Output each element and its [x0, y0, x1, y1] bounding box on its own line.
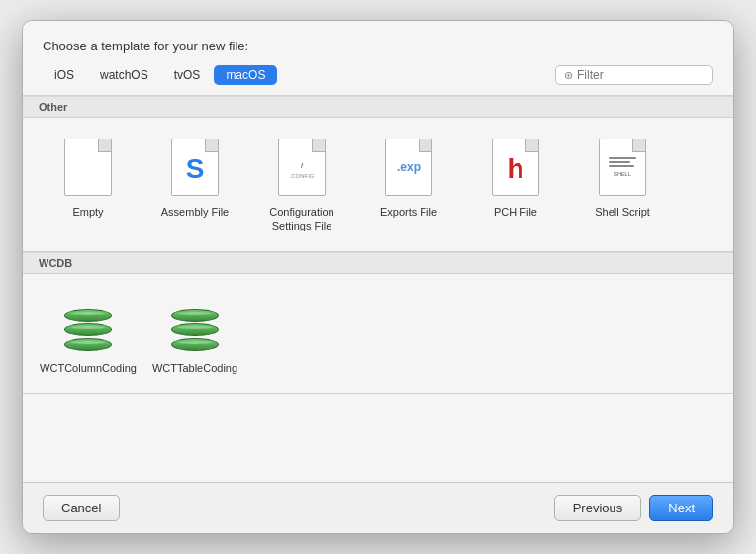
template-item-config[interactable]: I .CONFIG Configuration Settings File — [252, 130, 351, 239]
template-item-assembly[interactable]: S Assembly File — [145, 130, 244, 239]
shell-content: SHELL — [603, 153, 642, 181]
previous-button[interactable]: Previous — [554, 495, 642, 521]
assembly-file-icon: S — [167, 136, 223, 199]
pch-label: PCH File — [494, 205, 537, 219]
section-wcdb-header: WCDB — [23, 252, 733, 274]
dialog-footer: Cancel Previous Next — [23, 482, 733, 533]
template-item-exports[interactable]: .exp Exports File — [359, 130, 458, 239]
dialog-header: Choose a template for your new file: iOS… — [23, 21, 733, 95]
section-other: Other Empty S Assembly File — [23, 96, 733, 252]
tab-watchos[interactable]: watchOS — [88, 65, 160, 85]
assembly-label: Assembly File — [161, 205, 229, 219]
assembly-paper: S — [171, 138, 219, 196]
config-label: Configuration Settings File — [258, 205, 345, 233]
wcttable-icon — [167, 292, 223, 355]
pch-paper: h — [492, 138, 539, 196]
filter-input[interactable] — [577, 68, 705, 82]
empty-paper — [64, 138, 112, 196]
db-stack-1 — [60, 296, 116, 351]
cancel-button[interactable]: Cancel — [43, 495, 120, 521]
shell-paper: SHELL — [599, 138, 646, 196]
tab-ios[interactable]: iOS — [43, 65, 86, 85]
tab-tvos[interactable]: tvOS — [162, 65, 213, 85]
nav-buttons: Previous Next — [554, 495, 713, 521]
new-file-dialog: Choose a template for your new file: iOS… — [22, 20, 734, 534]
filter-icon: ⊛ — [564, 69, 573, 82]
template-item-wctcolumn[interactable]: WCTColumnCoding — [39, 286, 138, 381]
exports-paper: .exp — [385, 138, 432, 196]
tab-macos[interactable]: macOS — [214, 65, 277, 85]
wctcolumn-icon — [60, 292, 116, 355]
template-item-shell[interactable]: SHELL Shell Script — [573, 130, 672, 239]
exports-label: Exports File — [380, 205, 437, 219]
exports-file-icon: .exp — [381, 136, 436, 199]
section-other-header: Other — [23, 96, 733, 118]
template-item-wcttable[interactable]: WCTTableCoding — [145, 286, 244, 381]
wctcolumn-label: WCTColumnCoding — [40, 361, 137, 375]
config-file-icon: I .CONFIG — [274, 136, 330, 199]
config-paper: I .CONFIG — [278, 138, 326, 196]
section-wcdb: WCDB WCTColumnCoding — [23, 252, 733, 394]
pch-letter: h — [507, 155, 523, 183]
shell-label: Shell Script — [595, 205, 650, 219]
empty-label: Empty — [72, 205, 103, 219]
wcdb-items-grid: WCTColumnCoding WCTTableCoding — [23, 274, 733, 393]
tab-bar: iOS watchOS tvOS macOS ⊛ — [43, 65, 713, 85]
other-items-grid: Empty S Assembly File — [23, 118, 733, 251]
pch-file-icon: h — [488, 136, 543, 199]
assembly-letter: S — [186, 155, 205, 183]
template-item-pch[interactable]: h PCH File — [466, 130, 565, 239]
config-lines: I .CONFIG — [284, 152, 321, 183]
template-list: Other Empty S Assembly File — [23, 95, 733, 482]
empty-file-icon — [60, 136, 116, 199]
dialog-title: Choose a template for your new file: — [43, 39, 713, 53]
shell-file-icon: SHELL — [595, 136, 650, 199]
wcttable-label: WCTTableCoding — [152, 361, 237, 375]
exports-text: .exp — [397, 160, 421, 174]
filter-box[interactable]: ⊛ — [555, 65, 713, 85]
template-item-empty[interactable]: Empty — [39, 130, 138, 239]
next-button[interactable]: Next — [649, 495, 713, 521]
db-stack-2 — [167, 296, 223, 351]
